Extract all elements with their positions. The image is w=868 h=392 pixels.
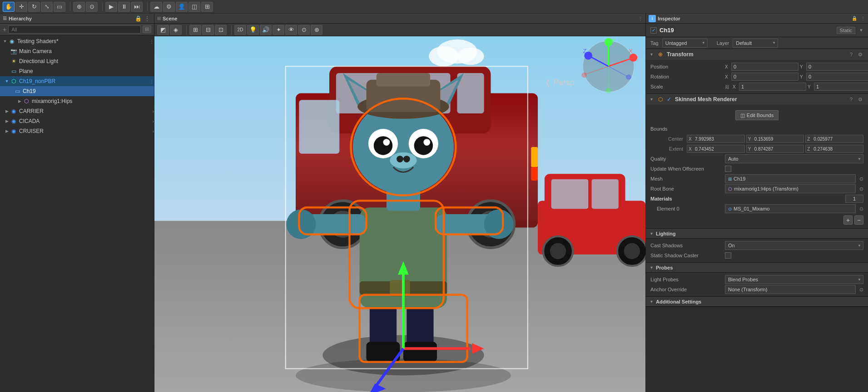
update-offscreen-checkbox[interactable]: [725, 166, 731, 172]
material-remove-btn[interactable]: −: [854, 216, 863, 225]
rect-tool[interactable]: ▭: [54, 2, 65, 12]
fx-toggle[interactable]: ✦: [273, 25, 284, 35]
edit-bounds-btn[interactable]: ◫ Edit Bounds: [735, 110, 779, 120]
hidden-toggle[interactable]: 👁: [285, 25, 297, 35]
add-hierarchy-btn[interactable]: +: [3, 26, 6, 33]
skinned-mesh-header[interactable]: ▼ ⬡ ✓ Skinned Mesh Renderer ? ⚙: [646, 94, 868, 105]
layer-dropdown[interactable]: Default: [733, 39, 778, 48]
scene-root[interactable]: ▼ ◉ Testing Shaders* ⋮: [0, 36, 154, 46]
probes-header[interactable]: ▼ Probes: [646, 263, 868, 273]
cast-shadows-dropdown[interactable]: On: [725, 241, 863, 250]
rotation-x-input[interactable]: [731, 73, 799, 81]
element0-target-icon[interactable]: ⊙: [859, 206, 863, 212]
svg-point-33: [286, 210, 316, 239]
hips-arrow-icon: ▶: [16, 98, 23, 104]
skinned-mesh-help-btn[interactable]: ?: [847, 95, 855, 103]
account-btn[interactable]: 👤: [176, 2, 188, 12]
scale-row: Scale ⛓ X Y: [646, 82, 868, 92]
skinned-mesh-settings-btn[interactable]: ⚙: [856, 95, 864, 103]
rotation-y-input[interactable]: [806, 73, 868, 81]
layers-btn[interactable]: ◫: [188, 2, 200, 12]
rotate-tool[interactable]: ↻: [28, 2, 40, 12]
grid-btn[interactable]: ⊞: [189, 25, 201, 35]
hierarchy-item-main-camera[interactable]: 📷 Main Camera: [0, 46, 154, 56]
inspector-lock-icon[interactable]: 🔒: [852, 16, 857, 21]
hierarchy-item-directional-light[interactable]: ☀ Directional Light: [0, 56, 154, 66]
svg-rect-31: [306, 214, 366, 234]
gizmos-btn[interactable]: ⊡: [215, 25, 227, 35]
transform-settings-btn[interactable]: ⚙: [856, 50, 864, 59]
hierarchy-item-plane[interactable]: ▭ Plane: [0, 66, 154, 76]
mesh-ref[interactable]: ⊞ Ch19: [725, 174, 856, 183]
snapping-btn[interactable]: ⊟: [202, 25, 214, 35]
extra-toggle[interactable]: ⊕: [311, 25, 322, 35]
mesh-target-icon[interactable]: ⊙: [859, 176, 863, 182]
hierarchy-item-ch19[interactable]: ▭ Ch19: [0, 86, 154, 96]
play-button[interactable]: ▶: [105, 2, 117, 12]
tag-dropdown[interactable]: Untagged: [662, 39, 708, 48]
obj-active-checkbox[interactable]: [650, 27, 657, 34]
svg-rect-6: [457, 73, 484, 113]
move-tool[interactable]: ✛: [15, 2, 27, 12]
pivot-center[interactable]: ⊕: [73, 2, 85, 12]
extent-z-field: Z 0.274638: [805, 145, 863, 153]
hierarchy-item-carrier[interactable]: ▶ ◉ CARRIER ›: [0, 106, 154, 116]
light-icon: ☀: [10, 58, 17, 65]
materials-count-input[interactable]: [845, 195, 863, 203]
inspector-more-icon[interactable]: ⋮: [861, 16, 865, 21]
skinned-mesh-section: ▼ ⬡ ✓ Skinned Mesh Renderer ? ⚙ ◫ Edit B…: [646, 94, 868, 229]
pause-button[interactable]: ⏸: [118, 2, 130, 12]
extent-xyz: X 0.743452 Y 0.874287 Z 0.274638: [687, 145, 863, 153]
root-bone-ref[interactable]: ⬡ mixamorig1:Hips (Transform): [725, 184, 856, 193]
hierarchy-item-cruiser[interactable]: ▶ ◉ CRUISER ›: [0, 126, 154, 136]
additional-header[interactable]: ▼ Additional Settings: [646, 297, 868, 307]
position-xyz: X Y Z: [725, 63, 868, 71]
root-bone-target-icon[interactable]: ⊙: [859, 186, 863, 192]
scale-tool[interactable]: ⤡: [41, 2, 53, 12]
static-shadow-checkbox[interactable]: [725, 252, 731, 259]
light-toggle[interactable]: 💡: [247, 25, 259, 35]
skinned-mesh-check-icon: ✓: [667, 96, 671, 103]
hierarchy-lock-btn[interactable]: 🔒: [134, 15, 142, 23]
hierarchy-options-btn[interactable]: ⊞: [143, 25, 151, 33]
hierarchy-more-btn[interactable]: ⋮: [143, 15, 151, 23]
scene-view[interactable]: X Y Z ❬ Pe: [154, 36, 645, 392]
ch19nonpbr-arrow-icon: ▼: [4, 78, 10, 84]
scale-y-label: Y: [808, 84, 813, 89]
more-toggle[interactable]: ⊙: [298, 25, 310, 35]
scene-effect-btn[interactable]: ◈: [170, 25, 182, 35]
draw-mode-btn[interactable]: ◩: [157, 25, 169, 35]
position-y-input[interactable]: [806, 63, 868, 71]
static-dropdown-icon[interactable]: ▼: [859, 28, 863, 33]
lighting-header[interactable]: ▼ Lighting: [646, 229, 868, 239]
step-button[interactable]: ⏭: [131, 2, 143, 12]
scene-header-more[interactable]: ⋮: [638, 16, 643, 21]
transform-header[interactable]: ▼ ⊕ Transform ? ⚙: [646, 49, 868, 60]
scale-x-field: X: [733, 83, 806, 91]
collab-btn[interactable]: ☁: [150, 2, 162, 12]
2d-toggle[interactable]: 2D: [234, 25, 246, 35]
element0-ref[interactable]: ⊙ MS_01_Mixamo: [725, 204, 856, 213]
svg-rect-7: [299, 100, 339, 153]
quality-dropdown[interactable]: Auto: [725, 154, 863, 163]
svg-point-80: [626, 74, 631, 80]
hierarchy-search-input[interactable]: [8, 25, 141, 34]
scale-y-input[interactable]: [814, 83, 868, 91]
hips-label: mixamorig1:Hips: [32, 98, 72, 104]
transform-help-btn[interactable]: ?: [847, 50, 855, 59]
anchor-override-ref[interactable]: None (Transform): [725, 285, 856, 294]
layout-btn[interactable]: ⊞: [201, 2, 213, 12]
hierarchy-item-ch19nonpbr[interactable]: ▼ ⬡ Ch19_nonPBR ⋮: [0, 76, 154, 86]
light-probes-dropdown[interactable]: Blend Probes: [725, 275, 863, 284]
material-add-btn[interactable]: +: [843, 216, 853, 225]
services-btn[interactable]: ⚙: [163, 2, 175, 12]
position-x-input[interactable]: [731, 63, 799, 71]
audio-toggle[interactable]: 🔊: [260, 25, 272, 35]
global-local[interactable]: ⊙: [86, 2, 98, 12]
obj-name: Ch19: [660, 27, 834, 34]
anchor-override-target-icon[interactable]: ⊙: [859, 287, 863, 293]
scale-x-input[interactable]: [739, 83, 806, 91]
hand-tool[interactable]: ✋: [3, 2, 15, 12]
hierarchy-item-cicada[interactable]: ▶ ◉ CICADA ›: [0, 116, 154, 126]
hierarchy-item-hips[interactable]: ▶ ⬡ mixamorig1:Hips: [0, 96, 154, 106]
